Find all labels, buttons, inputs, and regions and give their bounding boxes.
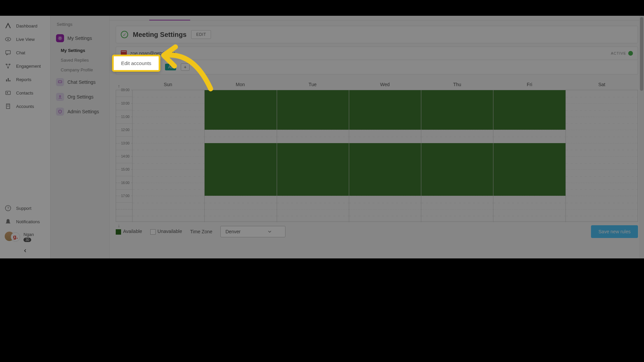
- logo-icon: [5, 22, 11, 29]
- svg-point-18: [59, 38, 61, 39]
- edit-accounts-callout[interactable]: Edit accounts: [112, 55, 160, 72]
- subnav-my-settings-child[interactable]: My Settings: [51, 46, 109, 55]
- nav-accounts[interactable]: Accounts: [0, 100, 50, 113]
- timezone-label: Time Zone: [190, 229, 212, 234]
- save-new-rules-button[interactable]: Save new rules: [591, 225, 638, 238]
- hour-label: 10:00: [121, 102, 131, 105]
- day-header: Mon: [204, 79, 277, 90]
- day-column[interactable]: [132, 90, 204, 222]
- nav-engagement[interactable]: Engagement: [0, 59, 50, 73]
- hour-label: 17:00: [121, 194, 131, 198]
- availability-block[interactable]: [421, 143, 493, 196]
- svg-rect-14: [7, 106, 8, 107]
- meeting-settings-header: ✓ Meeting Settings EDIT: [116, 26, 638, 43]
- availability-calendar: Sun Mon Tue Wed Thu Fri Sat ↑ 09:0010:00…: [116, 79, 638, 222]
- help-icon: ?: [5, 205, 11, 212]
- subnav-org-settings[interactable]: Org Settings: [51, 89, 109, 104]
- svg-rect-8: [9, 80, 10, 81]
- svg-rect-12: [7, 105, 8, 105]
- scroll-up-button[interactable]: ↑: [117, 82, 121, 90]
- legend-row: Available Unavailable Time Zone Denver S…: [116, 225, 638, 238]
- add-calendar-button[interactable]: +: [181, 63, 190, 71]
- subnav-label: My Settings: [67, 36, 92, 41]
- scroll-down-button[interactable]: ↓: [117, 222, 121, 229]
- scrollbar-thumb[interactable]: [640, 17, 643, 91]
- chevron-left-icon: [23, 249, 27, 252]
- chevron-down-icon: [268, 230, 272, 234]
- availability-block[interactable]: [493, 90, 565, 130]
- account-row: zoe.ngan@getsignals. ACTIVE: [116, 47, 638, 60]
- nav-label: Contacts: [16, 90, 33, 96]
- svg-rect-19: [58, 81, 62, 83]
- bar-chart-icon: [5, 76, 11, 83]
- day-column[interactable]: [277, 90, 349, 222]
- main-content: ✓ Meeting Settings EDIT zoe.ngan@getsign…: [110, 16, 644, 258]
- subnav-label: Org Settings: [67, 94, 94, 100]
- nav-liveview[interactable]: Live View: [0, 33, 50, 46]
- left-nav: Dashboard Live View Chat Engagement Repo…: [0, 16, 51, 258]
- nav-support[interactable]: ? Support: [0, 201, 50, 215]
- gear-icon: [56, 34, 64, 42]
- nav-chat[interactable]: Chat: [0, 46, 50, 59]
- svg-rect-15: [8, 106, 9, 107]
- svg-point-1: [7, 39, 9, 40]
- nav-reports[interactable]: Reports: [0, 73, 50, 86]
- bell-icon: [5, 218, 11, 225]
- subnav-my-settings[interactable]: My Settings: [51, 31, 109, 46]
- subnav-chat-settings[interactable]: Chat Settings: [51, 75, 109, 89]
- nav-contacts[interactable]: Contacts: [0, 86, 50, 100]
- admin-icon: [56, 108, 64, 116]
- availability-block[interactable]: [349, 143, 421, 196]
- status-dot-icon: [628, 51, 633, 56]
- hour-label: 15:00: [121, 168, 131, 171]
- included-calendars-row: Included calendars All +: [116, 60, 638, 74]
- unavailable-swatch-icon: [150, 229, 156, 235]
- user-profile[interactable]: g. Ngan 30: [0, 228, 50, 246]
- org-icon: [56, 93, 64, 101]
- network-icon: [5, 63, 11, 69]
- availability-block[interactable]: [421, 90, 493, 130]
- account-status: ACTIVE: [611, 51, 633, 56]
- subnav-saved-replies[interactable]: Saved Replies: [51, 55, 109, 65]
- nav-label: Live View: [16, 37, 35, 42]
- subnav-label: Admin Settings: [67, 109, 99, 114]
- availability-block[interactable]: [277, 90, 349, 130]
- subnav-admin-settings[interactable]: Admin Settings: [51, 104, 109, 119]
- day-column[interactable]: [349, 90, 421, 222]
- day-header: Wed: [349, 79, 421, 90]
- day-header: Fri: [493, 79, 566, 90]
- nav-label: Reports: [16, 77, 32, 82]
- chat-icon: [5, 49, 11, 56]
- day-column[interactable]: [493, 90, 565, 222]
- avatar-brand-icon: g.: [11, 232, 20, 242]
- nav-label: Chat: [16, 50, 25, 55]
- subnav-company-profile[interactable]: Company Profile: [51, 65, 109, 75]
- day-header: Thu: [421, 79, 493, 90]
- day-column[interactable]: [566, 90, 638, 222]
- availability-block[interactable]: [277, 143, 349, 196]
- eye-icon: [5, 36, 11, 43]
- day-header: Sun: [132, 79, 204, 90]
- availability-block[interactable]: [493, 143, 565, 196]
- page-title: Meeting Settings: [133, 31, 186, 39]
- timezone-select[interactable]: Denver: [220, 226, 285, 237]
- user-name: Ngan: [23, 232, 34, 237]
- availability-block[interactable]: [349, 90, 421, 130]
- nav-label: Engagement: [16, 64, 41, 69]
- id-card-icon: [5, 89, 11, 96]
- svg-point-20: [59, 96, 61, 97]
- nav-dashboard[interactable]: Dashboard: [0, 19, 50, 33]
- scrollbar-track[interactable]: [639, 16, 644, 258]
- collapse-nav-button[interactable]: [0, 246, 50, 256]
- user-badge: 30: [23, 238, 31, 242]
- calendar-chip-all[interactable]: All: [165, 64, 176, 70]
- active-tab-marker: [149, 20, 190, 20]
- availability-block[interactable]: [205, 90, 276, 130]
- edit-button[interactable]: EDIT: [191, 30, 211, 39]
- nav-notifications[interactable]: Notifications: [0, 215, 50, 228]
- day-column[interactable]: [204, 90, 276, 222]
- day-header: Sat: [566, 79, 638, 90]
- day-column[interactable]: [421, 90, 493, 222]
- availability-block[interactable]: [205, 143, 276, 196]
- nav-label: Support: [16, 206, 32, 211]
